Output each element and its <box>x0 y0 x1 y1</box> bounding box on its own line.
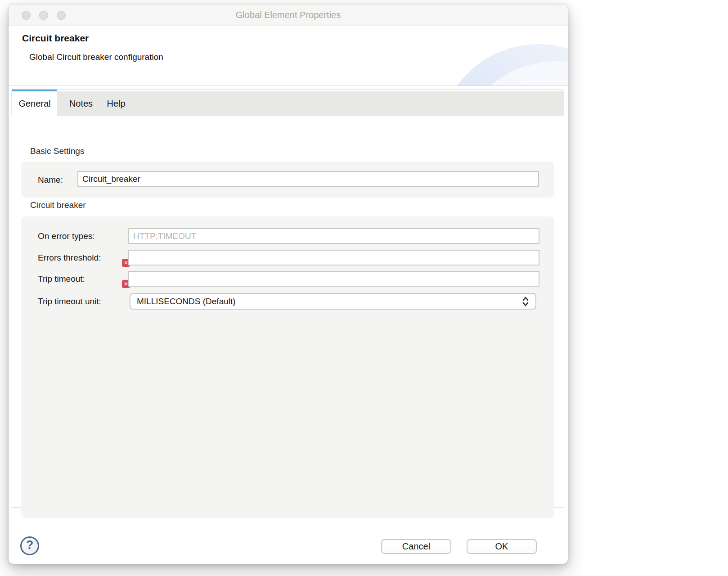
tab-general-label: General <box>18 99 50 109</box>
trip-timeout-unit-label: Trip timeout unit: <box>38 297 101 306</box>
errors-threshold-input[interactable] <box>128 250 539 266</box>
name-label: Name: <box>38 175 63 185</box>
close-button[interactable] <box>22 11 31 20</box>
trip-timeout-label: Trip timeout: <box>38 274 85 284</box>
window-title: Global Element Properties <box>236 10 341 20</box>
circuit-breaker-group: On error types: Errors threshold: ✕ Trip… <box>21 216 554 518</box>
traffic-lights <box>22 11 66 20</box>
ok-button[interactable]: OK <box>467 539 537 554</box>
tab-help-label: Help <box>107 99 125 109</box>
minimize-button[interactable] <box>39 11 48 20</box>
content-panel: Notes Help General Basic Settings Name: … <box>11 89 564 508</box>
dialog-window: Global Element Properties Circuit breake… <box>9 4 568 564</box>
tab-content-general: Basic Settings Name: Circuit breaker On … <box>11 116 564 507</box>
help-button[interactable]: ? <box>20 536 39 555</box>
tab-notes[interactable]: Notes <box>62 91 100 116</box>
tab-help[interactable]: Help <box>100 91 132 116</box>
zoom-button[interactable] <box>57 11 66 20</box>
tab-bar: Notes Help General <box>11 90 564 116</box>
trip-timeout-unit-value: MILLISECONDS (Default) <box>137 297 236 306</box>
page-subtitle: Global Circuit breaker configuration <box>29 52 163 62</box>
tab-general[interactable]: General <box>12 90 57 116</box>
dialog-header: Circuit breaker Global Circuit breaker c… <box>9 26 568 86</box>
trip-timeout-unit-select[interactable]: MILLISECONDS (Default) <box>130 293 536 310</box>
title-bar: Global Element Properties <box>9 4 568 26</box>
errors-threshold-label: Errors threshold: <box>38 253 101 263</box>
cancel-button[interactable]: Cancel <box>381 539 451 554</box>
circuit-breaker-section-label: Circuit breaker <box>30 200 86 210</box>
basic-settings-section-label: Basic Settings <box>30 146 84 156</box>
tab-notes-label: Notes <box>69 99 93 109</box>
name-input[interactable] <box>77 171 539 187</box>
on-error-types-input[interactable] <box>128 228 539 244</box>
basic-settings-group: Name: <box>21 162 554 198</box>
page-title: Circuit breaker <box>22 33 89 44</box>
select-updown-icon <box>522 296 529 307</box>
trip-timeout-input[interactable] <box>128 271 539 287</box>
question-mark-icon: ? <box>26 539 34 551</box>
on-error-types-label: On error types: <box>38 231 95 241</box>
